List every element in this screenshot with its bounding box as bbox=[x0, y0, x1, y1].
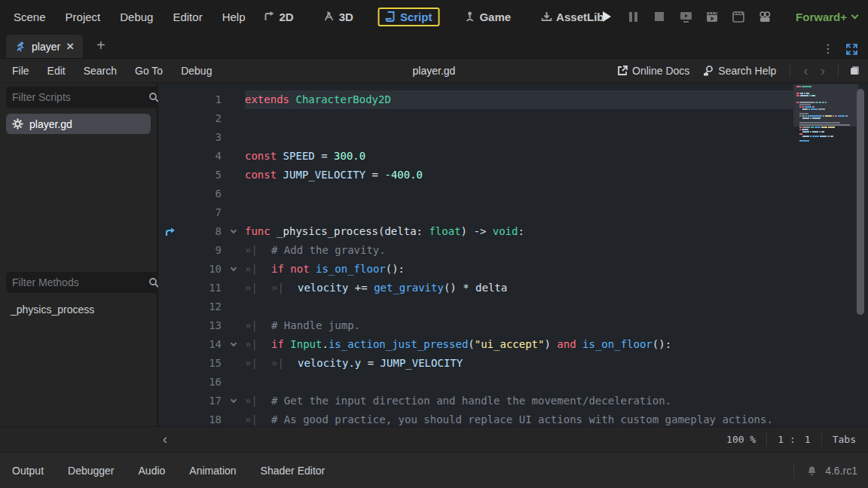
stop-button[interactable] bbox=[653, 10, 666, 23]
fold-arrow-icon[interactable] bbox=[222, 222, 245, 241]
code-line-16[interactable]: 16 bbox=[158, 373, 868, 392]
code-line-8[interactable]: 8func _physics_process(delta: float) -> … bbox=[158, 222, 868, 241]
line-number[interactable]: 18 bbox=[199, 410, 222, 426]
workspace-assetlib-button[interactable]: AssetLib bbox=[536, 8, 609, 26]
line-number[interactable]: 15 bbox=[199, 354, 222, 373]
scripts-panel: player.gd _physics_process bbox=[0, 83, 158, 426]
menu-script-debug[interactable]: Debug bbox=[181, 65, 212, 77]
minimap[interactable] bbox=[796, 86, 854, 142]
code-line-11[interactable]: 11»|»|velocity += get_gravity() * delta bbox=[158, 279, 868, 297]
code-line-15[interactable]: 15»|»|velocity.y = JUMP_VELOCITY bbox=[158, 354, 868, 373]
workspace-script-button[interactable]: Script bbox=[378, 8, 440, 26]
code-line-14[interactable]: 14»|if Input.is_action_just_pressed("ui_… bbox=[158, 335, 868, 354]
play-scene-button[interactable] bbox=[705, 10, 719, 23]
menu-debug[interactable]: Debug bbox=[120, 11, 153, 23]
line-number[interactable]: 14 bbox=[199, 335, 222, 354]
indent-type[interactable]: Tabs bbox=[831, 434, 857, 445]
line-number[interactable]: 17 bbox=[199, 392, 222, 410]
new-script-button[interactable]: + bbox=[96, 37, 105, 58]
tab-player[interactable]: player × bbox=[6, 35, 83, 58]
menu-project[interactable]: Project bbox=[66, 11, 101, 23]
history-forward-button[interactable]: › bbox=[818, 63, 827, 78]
filter-methods-field[interactable] bbox=[6, 272, 165, 293]
online-docs-button[interactable]: Online Docs bbox=[614, 63, 692, 78]
script-editor-menubar: File Edit Search Go To Debug player.gd O… bbox=[0, 59, 868, 83]
workspace-2d-button[interactable]: 2D bbox=[259, 8, 299, 26]
line-number[interactable]: 5 bbox=[199, 166, 222, 185]
panel-animation-button[interactable]: Animation bbox=[180, 460, 245, 481]
play-custom-scene-button[interactable] bbox=[732, 10, 745, 23]
line-number[interactable]: 13 bbox=[199, 316, 222, 335]
embedded-game-button[interactable] bbox=[679, 10, 692, 23]
filter-scripts-field[interactable] bbox=[6, 87, 165, 108]
code-line-4[interactable]: 4const SPEED = 300.0 bbox=[158, 147, 868, 166]
code-editor[interactable]: 1extends CharacterBody2D234const SPEED =… bbox=[158, 83, 868, 426]
line-number[interactable]: 3 bbox=[199, 128, 222, 147]
code-text: extends CharacterBody2D bbox=[245, 90, 796, 109]
override-arrow-icon[interactable] bbox=[158, 222, 199, 241]
line-number[interactable]: 8 bbox=[199, 222, 222, 241]
expand-icon[interactable] bbox=[846, 44, 857, 55]
line-number[interactable]: 9 bbox=[199, 241, 222, 260]
code-line-1[interactable]: 1extends CharacterBody2D bbox=[158, 90, 868, 109]
panel-audio-button[interactable]: Audio bbox=[130, 460, 175, 481]
pause-button[interactable] bbox=[626, 10, 640, 23]
code-line-7[interactable]: 7 bbox=[158, 203, 868, 222]
code-line-10[interactable]: 10»|if not is_on_floor(): bbox=[158, 260, 868, 279]
fold-arrow-icon[interactable] bbox=[222, 335, 245, 354]
movie-maker-button[interactable] bbox=[758, 10, 772, 23]
panel-output-button[interactable]: Output bbox=[3, 460, 53, 481]
line-number[interactable]: 7 bbox=[199, 203, 222, 222]
menu-edit[interactable]: Edit bbox=[47, 65, 66, 77]
workspace-3d-button[interactable]: 3D bbox=[319, 8, 359, 26]
workspace-game-button[interactable]: Game bbox=[459, 8, 516, 26]
renderer-dropdown[interactable]: Forward+ bbox=[796, 11, 860, 23]
fold-arrow-icon[interactable] bbox=[222, 392, 245, 410]
code-line-13[interactable]: 13»|# Handle jump. bbox=[158, 316, 868, 335]
menu-scene[interactable]: Scene bbox=[14, 11, 46, 23]
line-number[interactable]: 11 bbox=[199, 279, 222, 297]
code-line-9[interactable]: 9»|# Add the gravity. bbox=[158, 241, 868, 260]
menu-file[interactable]: File bbox=[12, 65, 29, 77]
fold-space bbox=[222, 203, 245, 222]
filter-methods-input[interactable] bbox=[12, 276, 148, 288]
code-line-3[interactable]: 3 bbox=[158, 128, 868, 147]
collapse-scripts-panel-button[interactable]: ‹ bbox=[163, 432, 167, 447]
line-number[interactable]: 16 bbox=[199, 373, 222, 392]
code-line-2[interactable]: 2 bbox=[158, 109, 868, 128]
code-line-12[interactable]: 12 bbox=[158, 297, 868, 316]
code-line-18[interactable]: 18»|# As good practice, you should repla… bbox=[158, 410, 868, 426]
code-line-5[interactable]: 5const JUMP_VELOCITY = -400.0 bbox=[158, 166, 868, 185]
close-icon[interactable]: × bbox=[66, 40, 74, 53]
caret-column[interactable]: 1 bbox=[803, 434, 812, 445]
method-list-item[interactable]: _physics_process bbox=[6, 302, 151, 317]
notification-bell-icon[interactable] bbox=[806, 465, 818, 476]
script-list-item[interactable]: player.gd bbox=[6, 114, 151, 134]
line-number[interactable]: 12 bbox=[199, 297, 222, 316]
gutter-icon-space bbox=[158, 166, 199, 185]
fold-space bbox=[222, 297, 245, 316]
code-line-6[interactable]: 6 bbox=[158, 185, 868, 203]
fold-arrow-icon[interactable] bbox=[222, 260, 245, 279]
caret-line[interactable]: 1 bbox=[776, 434, 785, 445]
code-line-17[interactable]: 17»|# Get the input direction and handle… bbox=[158, 392, 868, 410]
panel-debugger-button[interactable]: Debugger bbox=[59, 460, 124, 481]
menu-goto[interactable]: Go To bbox=[135, 65, 163, 77]
zoom-level[interactable]: 100 % bbox=[725, 434, 757, 445]
filter-scripts-input[interactable] bbox=[12, 91, 148, 103]
line-number[interactable]: 6 bbox=[199, 185, 222, 203]
menu-editor[interactable]: Editor bbox=[173, 11, 202, 23]
vertical-scrollbar[interactable] bbox=[857, 89, 864, 315]
kebab-menu-icon[interactable]: ⋮ bbox=[822, 43, 834, 55]
line-number[interactable]: 1 bbox=[199, 90, 222, 109]
panel-layout-icon[interactable] bbox=[849, 65, 860, 76]
history-back-button[interactable]: ‹ bbox=[801, 63, 810, 78]
line-number[interactable]: 2 bbox=[199, 109, 222, 128]
line-number[interactable]: 10 bbox=[199, 260, 222, 279]
panel-shader-editor-button[interactable]: Shader Editor bbox=[252, 460, 335, 481]
line-number[interactable]: 4 bbox=[199, 147, 222, 166]
search-help-button[interactable]: Search Help bbox=[700, 63, 779, 78]
menu-help[interactable]: Help bbox=[222, 11, 246, 23]
menu-search[interactable]: Search bbox=[84, 65, 117, 77]
version-label[interactable]: 4.6.rc1 bbox=[825, 465, 857, 477]
